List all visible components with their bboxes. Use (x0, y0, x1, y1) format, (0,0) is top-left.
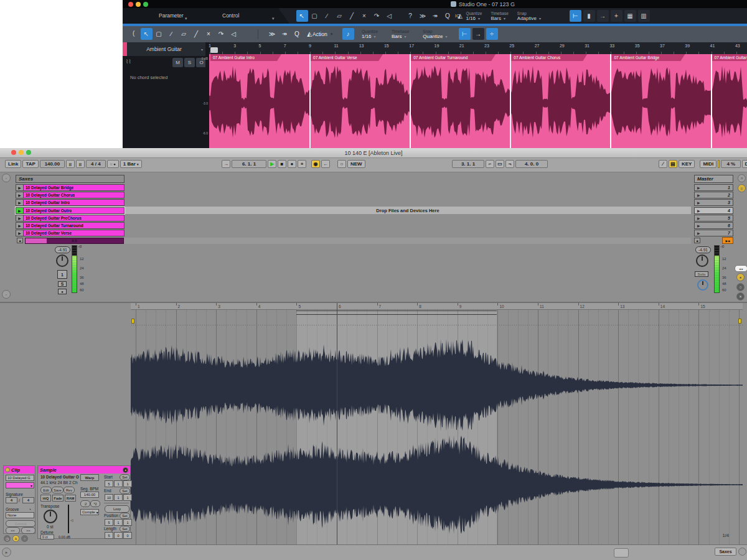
zoom-out-button[interactable] (614, 548, 629, 558)
play-button[interactable]: ▶ (268, 160, 276, 168)
reenable-automation-button[interactable]: ← (321, 160, 330, 168)
scene-launch-button[interactable]: ▶ (697, 208, 700, 213)
clip-label-flag[interactable]: 07 Ambient Guitar Bridge (611, 54, 685, 61)
tap-tempo-button[interactable]: TAP (22, 160, 38, 168)
scene-slot[interactable]: ▶7 (694, 230, 733, 236)
double-tempo-button[interactable]: *2 (90, 500, 100, 507)
draw-mode-button[interactable]: ∕ (659, 160, 667, 168)
clip-slot[interactable]: ▶10 Delayed Guitar PreChorus (16, 215, 125, 222)
length-value[interactable]: 500 (105, 532, 132, 539)
save-button[interactable]: Save (52, 487, 63, 493)
detune-field[interactable]: 0 ct (40, 534, 54, 539)
pencil-tool-icon[interactable]: ∕ (321, 10, 333, 22)
listen-tool-icon[interactable]: ◁ (228, 28, 240, 40)
start-marker[interactable] (131, 319, 134, 324)
eraser-tool-icon[interactable]: ▱ (334, 10, 345, 22)
record-panel-icon[interactable]: ▮ (583, 10, 595, 22)
snap-toggle-icon[interactable]: ⊢ (459, 28, 471, 40)
record-button[interactable]: ● (288, 160, 296, 168)
scene-slot[interactable]: ▶6 (694, 222, 733, 229)
clip-box-header[interactable]: Clip (4, 466, 35, 474)
mute-button[interactable]: M (172, 58, 183, 67)
snap-group[interactable]: Snap Quantize▾ (423, 29, 447, 39)
clip-name-field[interactable]: 10 Delayed G (6, 475, 34, 481)
loop-switch[interactable]: Loop (105, 505, 129, 513)
show-browser-toggle[interactable]: ◦ (2, 174, 11, 182)
start-value[interactable]: 511 (105, 480, 132, 487)
clip-slot[interactable]: ▶10 Delayed Guitar Bridge (16, 184, 125, 191)
sends-toggle[interactable]: ● (736, 273, 745, 281)
envelope-box-toggle[interactable]: ≋ (12, 535, 19, 542)
clip-label-flag[interactable]: 07 Ambient Guitar Chorus (511, 54, 587, 61)
end-marker[interactable] (738, 319, 741, 324)
ram-button[interactable]: RAM (65, 495, 76, 502)
control-menu[interactable]: Control (222, 12, 239, 19)
master-volume-field[interactable]: -4.91 (695, 246, 711, 253)
link-button[interactable]: Link (5, 160, 21, 168)
bend-tool-icon[interactable]: ↷ (371, 10, 383, 22)
loop-start-field[interactable]: 3. 1. 1 (452, 160, 484, 168)
follow-button[interactable]: → (222, 160, 230, 168)
nudge-up-button[interactable]: ||| (76, 160, 85, 168)
half-tempo-button[interactable]: :2 (80, 500, 90, 507)
clip-launch-button[interactable]: ▶ (16, 215, 24, 221)
arrangement-waveform[interactable]: 07 Ambient Guitar Intro07 Ambient Guitar… (209, 54, 747, 148)
play-from-icon[interactable]: ↠ (279, 28, 291, 40)
select-tool-icon[interactable]: ↖ (141, 28, 153, 40)
grid-settings-icon[interactable]: ▦ (624, 10, 636, 22)
listen-tool-icon[interactable]: ◁ (383, 10, 395, 22)
time-signature-field[interactable]: 4 / 4 (86, 160, 106, 168)
end-set-button[interactable]: Set (120, 488, 130, 494)
sample-display[interactable]: 1/4 (131, 310, 743, 544)
reverse-button[interactable]: Rev (63, 487, 75, 493)
action-menu[interactable]: Action ▼ (312, 26, 334, 42)
length-set-button[interactable]: Set (120, 526, 130, 532)
clip-slot[interactable]: ▶10 Delayed Guitar Chorus (16, 192, 125, 198)
resize-grip[interactable] (738, 548, 746, 556)
snap-group[interactable]: Snap Adaptive▾ (517, 11, 541, 21)
stop-button[interactable]: ■ (278, 160, 286, 168)
sample-box-header[interactable]: Sample ● (38, 466, 130, 474)
signature-denominator[interactable]: 4 (22, 497, 34, 503)
autoscroll-icon[interactable]: ≫ (266, 28, 278, 40)
snap-toggle-icon[interactable]: ⊢ (570, 10, 581, 22)
arrangement-position-field[interactable]: 6. 1. 1 (232, 160, 266, 168)
crossfader-assign[interactable]: ◂ ▸ (735, 265, 747, 272)
scene-launch-button[interactable]: ▶ (697, 231, 700, 235)
transpose-knob[interactable] (44, 510, 57, 523)
master-title[interactable]: Master (694, 175, 733, 183)
clip-label-flag[interactable]: 07 Ambient Guitar Verse (311, 54, 383, 61)
eraser-tool-icon[interactable]: ▱ (178, 28, 190, 40)
autoscroll-icon[interactable]: ≫ (417, 10, 429, 22)
timeline-ruler[interactable]: 135791113151719212325272931333537394143 (209, 42, 747, 54)
zoom-button[interactable] (143, 2, 148, 7)
clip-slot[interactable]: ▶10 Delayed Guitar Outro (16, 207, 125, 214)
select-tool-icon[interactable]: ↖ (296, 10, 308, 22)
scene-launch-button[interactable]: ▶ (697, 216, 700, 220)
clip-slot[interactable]: ▶10 Delayed Guitar Verse (16, 230, 125, 236)
zoom-icon[interactable]: Q (291, 28, 303, 40)
warp-mode-select[interactable]: Comple▾ (80, 509, 99, 515)
clip-box-toggle[interactable]: ◷ (4, 535, 11, 542)
parameter-menu[interactable]: Parameter (159, 12, 184, 19)
signature-numerator[interactable]: 4 (6, 497, 17, 503)
scene-slot[interactable]: ▶2 (694, 192, 733, 198)
track-title[interactable]: Saxes (16, 175, 125, 183)
close-button[interactable] (128, 2, 133, 7)
track-arm-button[interactable]: ● (58, 289, 67, 294)
help-icon[interactable]: ? (405, 10, 416, 22)
loop-marker[interactable] (210, 47, 218, 53)
line-tool-icon[interactable]: ╱ (190, 28, 202, 40)
quantization-menu[interactable]: 1 Bar ▾ (120, 160, 142, 168)
clip-slot[interactable]: ▶10 Delayed Guitar Turnaround (16, 222, 125, 229)
nudge-forward-button[interactable]: >> (21, 527, 35, 534)
clip-launch-button[interactable]: ▶ (16, 192, 24, 198)
track-volume-field[interactable]: -4.91 (55, 246, 70, 253)
punch-out-button[interactable]: ¬ (505, 160, 514, 168)
fade-button[interactable]: Fade (52, 495, 63, 502)
loop-length-field[interactable]: 4. 0. 0 (515, 160, 548, 168)
scene-launch-button[interactable]: ▶ (697, 193, 700, 197)
zoom-icon[interactable]: Q (442, 10, 454, 22)
start-set-button[interactable]: Set (120, 474, 130, 480)
clip-launch-button[interactable]: ▶ (16, 230, 24, 236)
